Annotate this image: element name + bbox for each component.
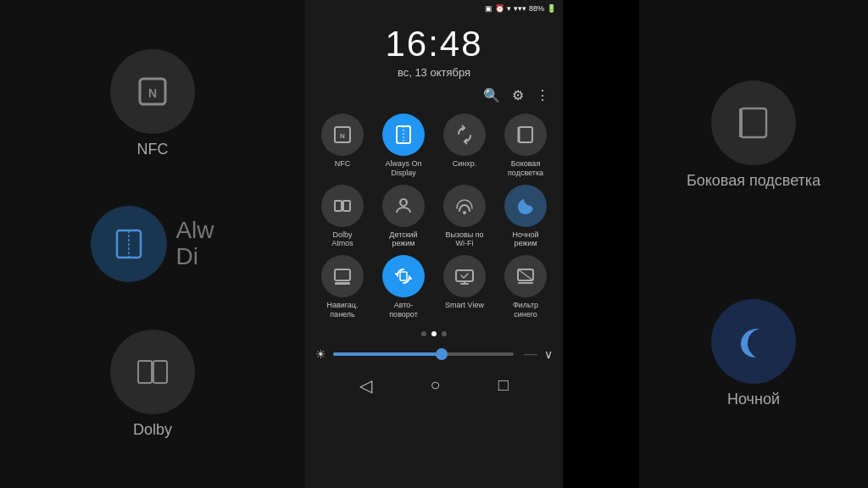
svg-point-17 — [400, 201, 402, 202]
sidebar-bg-label: Боковая подсветка — [687, 172, 821, 190]
qs-kids[interactable]: Детскийрежим — [376, 185, 431, 249]
qs-dolby-circle[interactable] — [321, 185, 364, 227]
qs-rotate-label: Авто-поворот — [389, 301, 418, 319]
brightness-line: — — [524, 347, 537, 362]
qs-blue-filter[interactable]: Фильтрсинего — [498, 255, 553, 319]
qs-auto-rotate[interactable]: Авто-поворот — [376, 255, 431, 319]
qs-smart-view[interactable]: Smart View — [437, 255, 492, 319]
brightness-track[interactable] — [333, 352, 514, 356]
nfc-bg-circle: N — [110, 49, 195, 134]
aod-icon — [393, 125, 414, 145]
date-display: вс, 13 октября — [398, 66, 470, 79]
dot-1 — [421, 331, 426, 336]
blue-filter-icon — [515, 266, 536, 286]
right-sidebar-item: Боковая подсветка — [687, 80, 821, 190]
svg-rect-23 — [456, 270, 473, 281]
svg-rect-12 — [519, 127, 532, 142]
aod-partial-text: AlwDi — [175, 218, 214, 270]
home-button[interactable]: ○ — [430, 375, 440, 395]
qs-nfc[interactable]: N NFC — [315, 114, 370, 178]
qs-nfc-circle[interactable]: N — [321, 114, 364, 156]
dot-2 — [431, 331, 437, 336]
qs-wifi-calls[interactable]: Вызовы поWi-Fi — [437, 185, 492, 249]
status-bar: ▣ ⏰ ▾ ▾▾▾ 88% 🔋 — [305, 0, 563, 17]
dolby-bg-circle — [110, 330, 195, 414]
kids-icon — [393, 196, 414, 216]
qs-header: 🔍 ⚙ ⋮ — [305, 79, 563, 107]
dolby-icon — [332, 196, 353, 216]
brightness-thumb[interactable] — [436, 348, 448, 360]
qs-night-circle[interactable] — [504, 185, 547, 227]
svg-rect-14 — [335, 201, 342, 211]
qs-kids-circle[interactable] — [382, 185, 425, 227]
nfc-icon: N — [332, 125, 353, 145]
qs-sync-label: Синхр. — [453, 159, 477, 169]
qs-nfc-label: NFC — [335, 159, 351, 169]
battery-icon: 🔋 — [547, 4, 556, 13]
bottom-navigation: ◁ ○ □ — [305, 370, 563, 401]
auto-rotate-icon — [393, 266, 414, 286]
qs-filter-circle[interactable] — [504, 255, 547, 297]
qs-nav-panel[interactable]: Навигац.панель — [315, 255, 370, 319]
qs-smart-view-label: Smart View — [445, 301, 484, 310]
brightness-expand-icon[interactable]: ∨ — [544, 347, 553, 361]
qs-sync-circle[interactable] — [443, 114, 486, 156]
back-button[interactable]: ◁ — [359, 375, 372, 396]
qs-aod-circle[interactable] — [382, 114, 425, 156]
settings-icon[interactable]: ⚙ — [512, 87, 524, 103]
svg-point-19 — [463, 211, 466, 214]
svg-rect-21 — [335, 282, 350, 285]
qs-aod[interactable]: Always OnDisplay — [376, 114, 431, 178]
sidebar-bg-circle — [711, 80, 796, 165]
more-options-icon[interactable]: ⋮ — [536, 87, 549, 103]
svg-text:N: N — [148, 86, 157, 100]
qs-night[interactable]: Ночнойрежим — [498, 185, 553, 249]
right-night-item: Ночной — [711, 299, 796, 408]
svg-text:N: N — [340, 132, 345, 140]
nav-panel-icon — [332, 266, 353, 286]
aod-bg-circle — [91, 206, 167, 282]
night-bg-icon — [732, 320, 775, 363]
qs-rotate-circle[interactable] — [382, 255, 425, 297]
brightness-bar[interactable]: ☀ — ∨ — [305, 341, 563, 367]
svg-rect-5 — [153, 361, 167, 383]
svg-point-18 — [405, 201, 407, 202]
wifi-icon: ▾ — [507, 4, 511, 13]
svg-rect-20 — [335, 269, 350, 280]
svg-rect-4 — [138, 361, 152, 383]
smart-view-icon — [454, 266, 475, 286]
sidebar-icon — [515, 125, 536, 145]
qs-kids-label: Детскийрежим — [389, 230, 417, 249]
svg-rect-15 — [343, 201, 350, 211]
left-dolby-item: Dolby — [110, 330, 195, 439]
dolby-bg-label: Dolby — [133, 421, 172, 439]
left-aod-item: AlwDi — [91, 206, 214, 282]
qs-sidebar-label: Боковаяподсветка — [508, 159, 543, 178]
sidebar-bg-icon — [732, 102, 775, 144]
qs-nav-label: Навигац.панель — [326, 301, 358, 319]
clock-display: 16:48 — [385, 24, 482, 64]
dolby-bg-icon — [131, 351, 174, 393]
night-bg-circle — [711, 299, 796, 384]
qs-filter-label: Фильтрсинего — [513, 301, 538, 319]
pagination-dots — [421, 331, 447, 336]
qs-sync[interactable]: Синхр. — [437, 114, 492, 178]
qs-nav-circle[interactable] — [321, 255, 364, 297]
signal-icon: ▾▾▾ — [514, 4, 526, 13]
qs-dolby[interactable]: DolbyAtmos — [315, 185, 370, 249]
night-bg-label: Ночной — [727, 391, 780, 408]
qs-smart-view-circle[interactable] — [443, 255, 486, 297]
svg-rect-6 — [741, 108, 766, 137]
recents-button[interactable]: □ — [498, 375, 509, 395]
qs-wifi-calls-circle[interactable] — [443, 185, 486, 227]
battery-text: 88% — [529, 4, 544, 13]
qs-aod-label: Always OnDisplay — [385, 159, 421, 178]
quick-settings-grid: N NFC Always OnDisplay — [305, 107, 563, 326]
qs-dolby-label: DolbyAtmos — [331, 230, 353, 249]
svg-point-16 — [400, 199, 407, 206]
qs-sidebar-circle[interactable] — [504, 114, 547, 156]
brightness-fill — [333, 352, 442, 356]
qs-sidebar[interactable]: Боковаяподсветка — [498, 114, 553, 178]
search-icon[interactable]: 🔍 — [483, 87, 500, 103]
qs-wifi-calls-label: Вызовы поWi-Fi — [445, 230, 483, 249]
